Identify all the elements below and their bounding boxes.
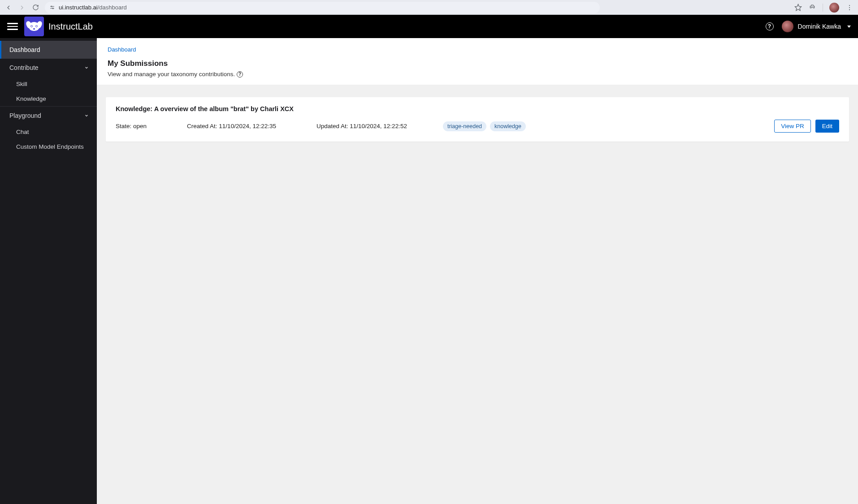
submission-card: Knowledge: A overview of the album "brat… bbox=[106, 97, 849, 142]
bookmark-star-icon[interactable] bbox=[794, 4, 802, 12]
main-content: Dashboard My Submissions View and manage… bbox=[97, 38, 858, 504]
sidebar-item-label: Skill bbox=[16, 81, 27, 87]
tag-knowledge: knowledge bbox=[490, 121, 526, 131]
help-icon[interactable]: ? bbox=[766, 22, 774, 30]
chevron-down-icon bbox=[84, 65, 89, 70]
content-area: Knowledge: A overview of the album "brat… bbox=[97, 85, 858, 154]
browser-chrome: ui.instructlab.ai/dashboard bbox=[0, 0, 858, 15]
page-header: Dashboard My Submissions View and manage… bbox=[97, 38, 858, 85]
sidebar-item-label: Playground bbox=[9, 112, 41, 119]
submission-actions: View PR Edit bbox=[774, 120, 839, 133]
browser-url-bar[interactable]: ui.instructlab.ai/dashboard bbox=[45, 2, 600, 13]
site-settings-icon[interactable] bbox=[49, 4, 55, 10]
sidebar-item-label: Chat bbox=[16, 129, 29, 135]
chrome-divider bbox=[823, 4, 823, 12]
app-logo[interactable] bbox=[24, 17, 44, 36]
menu-toggle-button[interactable] bbox=[7, 21, 18, 32]
user-menu[interactable]: Dominik Kawka bbox=[782, 21, 851, 32]
chrome-profile-avatar[interactable] bbox=[829, 3, 839, 13]
edit-button[interactable]: Edit bbox=[815, 120, 839, 133]
url-domain: ui.instructlab.ai bbox=[59, 4, 98, 11]
app-title: InstructLab bbox=[48, 22, 93, 32]
sidebar: Dashboard Contribute Skill Knowledge Pla… bbox=[0, 38, 97, 504]
submission-state: State: open bbox=[116, 123, 147, 129]
breadcrumb[interactable]: Dashboard bbox=[108, 46, 847, 53]
svg-point-3 bbox=[52, 8, 53, 9]
dog-logo-icon bbox=[27, 21, 41, 32]
submission-details-row: State: open Created At: 11/10/2024, 12:2… bbox=[116, 120, 839, 133]
user-name: Dominik Kawka bbox=[798, 23, 841, 30]
sidebar-subitem-skill[interactable]: Skill bbox=[0, 77, 97, 91]
sidebar-item-contribute[interactable]: Contribute bbox=[0, 59, 97, 77]
info-icon[interactable]: ? bbox=[237, 71, 243, 78]
svg-point-7 bbox=[849, 9, 850, 10]
sidebar-subitem-custom-model-endpoints[interactable]: Custom Model Endpoints bbox=[0, 139, 97, 154]
chrome-menu-icon[interactable] bbox=[845, 4, 854, 12]
sidebar-item-playground[interactable]: Playground bbox=[0, 107, 97, 125]
extensions-icon[interactable] bbox=[808, 4, 816, 12]
sidebar-subitem-chat[interactable]: Chat bbox=[0, 125, 97, 139]
breadcrumb-link[interactable]: Dashboard bbox=[108, 46, 136, 53]
user-avatar bbox=[782, 21, 793, 32]
sidebar-item-dashboard[interactable]: Dashboard bbox=[0, 41, 97, 59]
app-header: InstructLab ? Dominik Kawka bbox=[0, 15, 858, 38]
svg-marker-4 bbox=[795, 4, 801, 10]
submission-updated: Updated At: 11/10/2024, 12:22:52 bbox=[316, 123, 407, 129]
browser-reload-button[interactable] bbox=[31, 4, 39, 12]
svg-point-1 bbox=[51, 6, 52, 7]
view-pr-button[interactable]: View PR bbox=[774, 120, 811, 133]
svg-point-5 bbox=[849, 5, 850, 6]
sidebar-item-label: Dashboard bbox=[9, 46, 40, 53]
browser-forward-button[interactable] bbox=[18, 4, 26, 12]
url-path: /dashboard bbox=[98, 4, 127, 11]
submission-tags: triage-needed knowledge bbox=[443, 121, 526, 131]
browser-back-button[interactable] bbox=[4, 4, 13, 12]
submission-title: Knowledge: A overview of the album "brat… bbox=[116, 105, 839, 112]
tag-triage-needed: triage-needed bbox=[443, 121, 486, 131]
svg-point-6 bbox=[849, 7, 850, 8]
sidebar-item-label: Custom Model Endpoints bbox=[16, 143, 84, 150]
sidebar-subitem-knowledge[interactable]: Knowledge bbox=[0, 91, 97, 107]
chevron-down-icon bbox=[847, 26, 851, 28]
sidebar-item-label: Knowledge bbox=[16, 95, 46, 102]
page-description-text: View and manage your taxonomy contributi… bbox=[108, 71, 235, 78]
sidebar-item-label: Contribute bbox=[9, 64, 39, 71]
page-description: View and manage your taxonomy contributi… bbox=[108, 71, 847, 78]
chevron-down-icon bbox=[84, 113, 89, 118]
submission-created: Created At: 11/10/2024, 12:22:35 bbox=[187, 123, 276, 129]
page-title: My Submissions bbox=[108, 59, 847, 68]
